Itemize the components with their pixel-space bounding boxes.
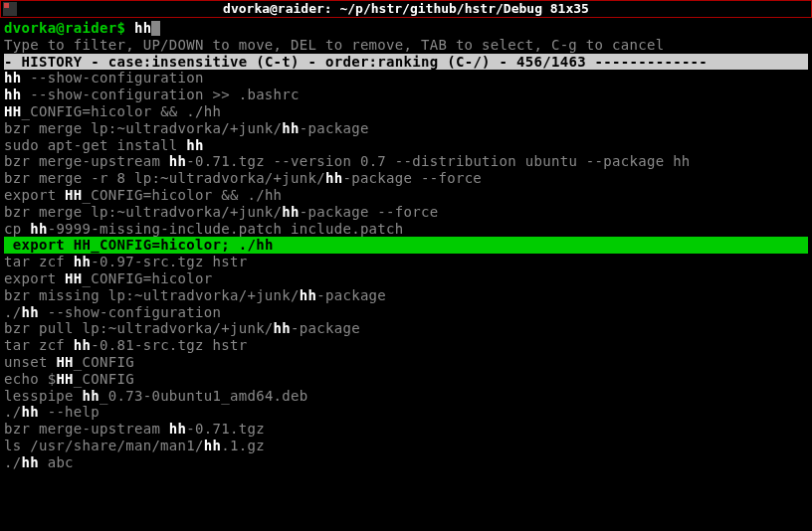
history-entry[interactable]: tar zcf hh-0.81-src.tgz hstr	[4, 337, 808, 354]
history-entry[interactable]: export HH_CONFIG=hicolor; ./hh	[4, 237, 808, 254]
history-entry[interactable]: ls /usr/share/man/man1/hh.1.gz	[4, 438, 808, 454]
history-entry[interactable]: ./hh abc	[4, 454, 808, 471]
history-entry[interactable]: sudo apt-get install hh	[4, 137, 808, 154]
history-entry[interactable]: export HH_CONFIG=hicolor && ./hh	[4, 187, 808, 204]
history-entry[interactable]: unset HH_CONFIG	[4, 354, 808, 371]
history-header: - HISTORY - case:insensitive (C-t) - ord…	[4, 54, 808, 71]
history-entry[interactable]: hh --show-configuration	[4, 70, 808, 87]
history-entry[interactable]: bzr merge lp:~ultradvorka/+junk/hh-packa…	[4, 120, 808, 137]
prompt-user-host: dvorka@raider$	[4, 20, 125, 36]
history-entry[interactable]: echo $HH_CONFIG	[4, 371, 808, 388]
window-titlebar: dvorka@raider: ~/p/hstr/github/hstr/Debu…	[0, 0, 812, 18]
window-icon	[3, 2, 17, 16]
history-entry[interactable]: bzr pull lp:~ultradvorka/+junk/hh-packag…	[4, 320, 808, 337]
history-entry[interactable]: bzr merge -r 8 lp:~ultradvorka/+junk/hh-…	[4, 170, 808, 187]
history-entry[interactable]: bzr merge lp:~ultradvorka/+junk/hh-packa…	[4, 204, 808, 221]
cursor	[151, 21, 160, 36]
typed-command: hh	[134, 20, 151, 36]
history-entry[interactable]: bzr merge-upstream hh-0.71.tgz --version…	[4, 153, 808, 170]
history-entry[interactable]: tar zcf hh-0.97-src.tgz hstr	[4, 254, 808, 270]
history-list: hh --show-configurationhh --show-configu…	[4, 70, 808, 470]
history-entry[interactable]: lesspipe hh_0.73-0ubuntu1_amd64.deb	[4, 388, 808, 405]
history-entry[interactable]: export HH_CONFIG=hicolor	[4, 270, 808, 287]
terminal-area[interactable]: dvorka@raider$ hh Type to filter, UP/DOW…	[0, 18, 812, 473]
prompt-line[interactable]: dvorka@raider$ hh	[4, 20, 808, 37]
history-entry[interactable]: ./hh --show-configuration	[4, 304, 808, 321]
window-title: dvorka@raider: ~/p/hstr/github/hstr/Debu…	[223, 1, 589, 17]
history-entry[interactable]: bzr missing lp:~ultradvorka/+junk/hh-pac…	[4, 287, 808, 304]
history-entry[interactable]: bzr merge-upstream hh-0.71.tgz	[4, 421, 808, 438]
history-entry[interactable]: ./hh --help	[4, 404, 808, 421]
history-entry[interactable]: hh --show-configuration >> .bashrc	[4, 87, 808, 103]
history-entry[interactable]: cp hh-9999-missing-include.patch include…	[4, 221, 808, 238]
history-entry[interactable]: HH_CONFIG=hicolor && ./hh	[4, 103, 808, 120]
help-line: Type to filter, UP/DOWN to move, DEL to …	[4, 37, 808, 54]
